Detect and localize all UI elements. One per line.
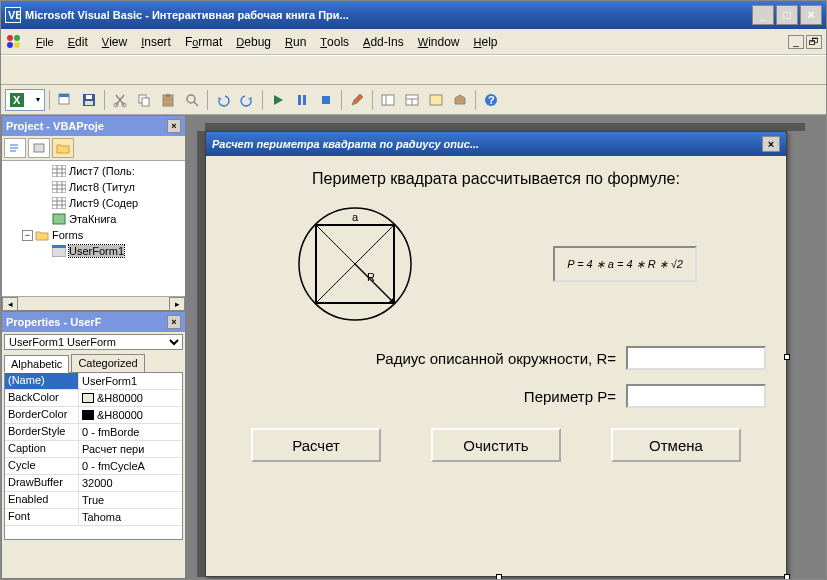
insert-userform-button[interactable] (54, 89, 76, 111)
resize-handle-se[interactable] (784, 574, 790, 579)
menu-edit[interactable]: Edit (61, 32, 95, 52)
svg-text:VB: VB (8, 9, 21, 21)
menu-help[interactable]: Help (467, 32, 505, 52)
menu-run[interactable]: Run (278, 32, 313, 52)
property-row[interactable]: (Name)UserForm1 (5, 373, 182, 390)
menu-addins[interactable]: Add-Ins (356, 32, 411, 52)
cancel-button[interactable]: Отмена (611, 428, 741, 462)
property-row[interactable]: BorderColor&H80000 (5, 407, 182, 424)
app-icon: VB (5, 7, 21, 23)
svg-text:?: ? (488, 94, 495, 106)
userform-titlebar: Расчет периметра квадрата по радиусу опи… (206, 132, 786, 156)
svg-rect-37 (34, 144, 44, 152)
tab-categorized[interactable]: Categorized (71, 354, 144, 372)
resize-handle-s[interactable] (496, 574, 502, 579)
object-browser-button[interactable] (425, 89, 447, 111)
paste-button[interactable] (157, 89, 179, 111)
tree-item[interactable]: Лист9 (Содер (4, 195, 183, 211)
tree-item[interactable]: ЭтаКнига (4, 211, 183, 227)
toolbox-button[interactable] (449, 89, 471, 111)
svg-rect-16 (142, 98, 149, 106)
property-row[interactable]: CaptionРасчет пери (5, 441, 182, 458)
help-button[interactable]: ? (480, 89, 502, 111)
tree-expand-icon[interactable]: − (22, 230, 33, 241)
svg-point-5 (14, 42, 20, 48)
tree-item-label: Лист7 (Поль: (69, 165, 135, 177)
svg-point-19 (187, 95, 195, 103)
svg-rect-9 (59, 94, 69, 97)
property-row[interactable]: Cycle0 - fmCycleA (5, 458, 182, 475)
menu-insert[interactable]: Insert (134, 32, 178, 52)
toggle-folders-button[interactable] (52, 138, 74, 158)
svg-rect-21 (298, 95, 301, 105)
menu-file[interactable]: File (29, 32, 61, 52)
minimize-button[interactable]: _ (752, 5, 774, 25)
menu-view[interactable]: View (95, 32, 134, 52)
tree-item[interactable]: Лист7 (Поль: (4, 163, 183, 179)
project-tree[interactable]: Лист7 (Поль:Лист8 (ТитулЛист9 (СодерЭтаК… (2, 161, 185, 296)
reset-button[interactable] (315, 89, 337, 111)
menu-debug[interactable]: Debug (229, 32, 278, 52)
menu-format[interactable]: Format (178, 32, 229, 52)
radius-input[interactable] (626, 346, 766, 370)
undo-button[interactable] (212, 89, 234, 111)
view-object-button[interactable] (28, 138, 50, 158)
scroll-left-button[interactable]: ◂ (2, 297, 18, 311)
mdi-close-button[interactable]: 🗗 (806, 35, 822, 49)
tree-item[interactable]: Лист8 (Титул (4, 179, 183, 195)
properties-panel-close-button[interactable]: × (167, 315, 181, 329)
project-explorer-button[interactable] (377, 89, 399, 111)
mdi-restore-button[interactable]: _ (788, 35, 804, 49)
project-toolbar (2, 136, 185, 161)
property-row[interactable]: DrawBuffer32000 (5, 475, 182, 492)
find-button[interactable] (181, 89, 203, 111)
maximize-button[interactable]: □ (776, 5, 798, 25)
clear-button[interactable]: Очистить (431, 428, 561, 462)
redo-button[interactable] (236, 89, 258, 111)
calculate-button[interactable]: Расчет (251, 428, 381, 462)
project-panel-close-button[interactable]: × (167, 119, 181, 133)
tree-item-label: Лист9 (Содер (69, 197, 138, 209)
property-value: Tahoma (82, 511, 121, 523)
property-name: Caption (5, 441, 79, 457)
tree-hscroll[interactable]: ◂ ▸ (2, 296, 185, 310)
formula-display: P = 4 ∗ a = 4 ∗ R ∗ √2 (553, 246, 697, 282)
close-button[interactable]: × (800, 5, 822, 25)
property-value: 0 - fmCycleA (82, 460, 145, 472)
main-toolbar: X ▾ ? (1, 85, 826, 115)
scroll-right-button[interactable]: ▸ (169, 297, 185, 311)
userform-close-button[interactable]: × (762, 136, 780, 152)
property-row[interactable]: BorderStyle0 - fmBorde (5, 424, 182, 441)
diagram-a-label: a (352, 211, 359, 223)
tree-item-label: UserForm1 (69, 245, 124, 257)
tab-alphabetic[interactable]: Alphabetic (4, 355, 69, 373)
object-selector-combo[interactable]: UserForm1 UserForm (4, 334, 183, 350)
form-designer-surface[interactable]: Расчет периметра квадрата по радиусу опи… (187, 115, 826, 579)
resize-handle-e[interactable] (784, 354, 790, 360)
tree-item[interactable]: −Forms (4, 227, 183, 243)
property-name: BackColor (5, 390, 79, 406)
cut-button[interactable] (109, 89, 131, 111)
property-value: &H80000 (97, 392, 143, 404)
menu-tools[interactable]: Tools (313, 32, 356, 52)
design-mode-button[interactable] (346, 89, 368, 111)
break-button[interactable] (291, 89, 313, 111)
vb-menu-icon (5, 33, 23, 51)
view-excel-combo[interactable]: X ▾ (5, 89, 45, 111)
view-code-button[interactable] (4, 138, 26, 158)
run-button[interactable] (267, 89, 289, 111)
svg-point-4 (7, 42, 13, 48)
tree-item[interactable]: UserForm1 (4, 243, 183, 259)
project-panel-title: Project - VBAProje × (2, 116, 185, 136)
save-button[interactable] (78, 89, 100, 111)
menu-window[interactable]: Window (411, 32, 467, 52)
property-grid[interactable]: (Name)UserForm1BackColor&H80000BorderCol… (4, 372, 183, 540)
svg-point-2 (7, 35, 13, 41)
userform-preview[interactable]: Расчет периметра квадрата по радиусу опи… (205, 131, 787, 577)
property-row[interactable]: EnabledTrue (5, 492, 182, 509)
property-row[interactable]: BackColor&H80000 (5, 390, 182, 407)
perimeter-input[interactable] (626, 384, 766, 408)
property-row[interactable]: FontTahoma (5, 509, 182, 526)
copy-button[interactable] (133, 89, 155, 111)
properties-button[interactable] (401, 89, 423, 111)
